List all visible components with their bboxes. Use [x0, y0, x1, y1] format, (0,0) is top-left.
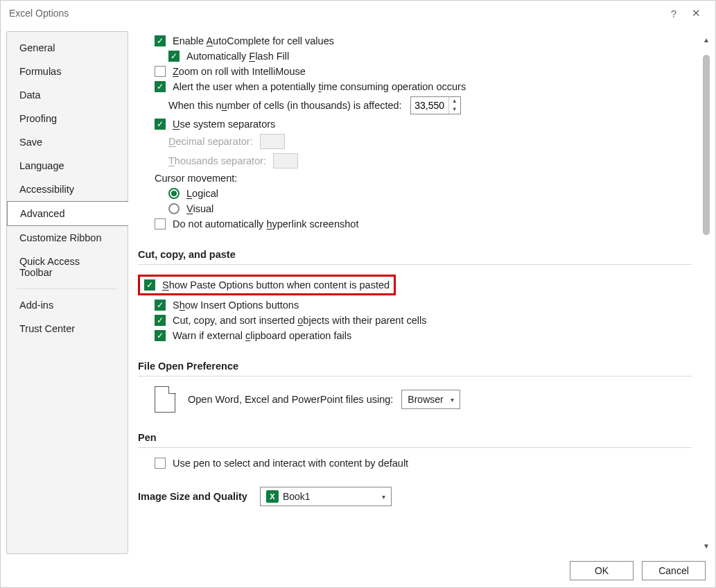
opt-decimal-separator: Decimal separator: [138, 134, 692, 149]
spin-up-icon[interactable]: ▲ [449, 97, 460, 105]
opt-alert-time-consuming[interactable]: Alert the user when a potentially time c… [138, 81, 692, 92]
opt-no-hyperlink-screenshot[interactable]: Do not automatically hyperlink screensho… [138, 218, 692, 230]
checkbox-icon[interactable] [144, 279, 155, 291]
sidebar-item-save[interactable]: Save [7, 130, 128, 154]
chevron-down-icon: ▾ [382, 493, 385, 501]
category-sidebar: General Formulas Data Proofing Save Lang… [6, 31, 128, 554]
cells-affected-value[interactable] [411, 99, 448, 112]
sidebar-item-quick-access[interactable]: Quick Access Toolbar [7, 250, 128, 284]
radio-icon[interactable] [168, 188, 180, 199]
file-open-label: Open Word, Excel and PowerPoint files us… [188, 394, 393, 405]
sidebar-item-advanced[interactable]: Advanced [7, 201, 128, 226]
opt-autocomplete[interactable]: Enable AutoComplete for cell values [138, 35, 692, 46]
section-pen: Pen [138, 432, 692, 443]
opt-show-insert-options[interactable]: Show Insert Options buttons [138, 300, 692, 311]
excel-options-dialog: Excel Options ? ✕ General Formulas Data … [0, 0, 716, 588]
checkbox-icon[interactable] [155, 315, 166, 326]
sidebar-item-accessibility[interactable]: Accessibility [7, 178, 128, 201]
opt-show-paste-options[interactable]: Show Paste Options button when content i… [162, 279, 390, 291]
image-quality-workbook-select[interactable]: XBook1 ▾ [260, 487, 392, 506]
opt-warn-clipboard[interactable]: Warn if external clipboard operation fai… [138, 330, 692, 341]
highlight-annotation: Show Paste Options button when content i… [138, 275, 692, 295]
checkbox-icon[interactable] [155, 81, 166, 92]
cancel-button[interactable]: Cancel [642, 561, 706, 580]
cursor-movement-label: Cursor movement: [138, 173, 692, 184]
ok-button[interactable]: OK [570, 561, 634, 580]
section-image-size-quality: Image Size and Quality XBook1 ▾ [138, 487, 692, 506]
section-cut-copy-paste: Cut, copy, and paste [138, 249, 692, 260]
scroll-thumb[interactable] [703, 55, 710, 235]
checkbox-icon[interactable] [155, 119, 166, 130]
sidebar-item-language[interactable]: Language [7, 154, 128, 178]
opt-thousands-separator: Thousands separator: [138, 153, 692, 168]
checkbox-icon[interactable] [155, 218, 166, 230]
opt-flash-fill[interactable]: Automatically Flash Fill [138, 51, 692, 62]
opt-cursor-visual[interactable]: Visual [138, 203, 692, 214]
checkbox-icon[interactable] [155, 35, 166, 46]
close-button[interactable]: ✕ [685, 2, 707, 24]
thousands-separator-input [273, 153, 298, 168]
sidebar-item-formulas[interactable]: Formulas [7, 60, 128, 83]
dialog-footer: OK Cancel [1, 554, 715, 587]
section-file-open: File Open Preference [138, 361, 692, 372]
sidebar-separator [17, 288, 118, 289]
file-open-row: Open Word, Excel and PowerPoint files us… [138, 386, 692, 413]
help-button[interactable]: ? [663, 2, 685, 24]
titlebar: Excel Options ? ✕ [1, 1, 715, 26]
checkbox-icon[interactable] [155, 330, 166, 341]
checkbox-icon[interactable] [155, 300, 166, 311]
excel-icon: X [266, 490, 279, 503]
sidebar-item-proofing[interactable]: Proofing [7, 107, 128, 130]
sidebar-item-trust-center[interactable]: Trust Center [7, 317, 128, 340]
opt-cursor-logical[interactable]: Logical [138, 188, 692, 199]
scroll-down-icon[interactable]: ▼ [701, 540, 711, 551]
file-open-select[interactable]: Browser ▾ [401, 390, 460, 409]
chevron-down-icon: ▾ [451, 396, 454, 404]
opt-pen-select[interactable]: Use pen to select and interact with cont… [138, 458, 692, 469]
sidebar-item-data[interactable]: Data [7, 83, 128, 107]
cells-affected-input[interactable]: ▲▼ [410, 96, 461, 114]
spin-down-icon[interactable]: ▼ [449, 105, 460, 114]
checkbox-icon[interactable] [168, 51, 180, 62]
sidebar-item-customize-ribbon[interactable]: Customize Ribbon [7, 226, 128, 250]
sidebar-item-addins[interactable]: Add-ins [7, 293, 128, 317]
scrollbar[interactable]: ▲ ▼ [701, 34, 711, 551]
radio-icon[interactable] [168, 203, 180, 214]
scroll-up-icon[interactable]: ▲ [701, 34, 711, 45]
checkbox-icon[interactable] [155, 66, 166, 77]
options-panel: Enable AutoComplete for cell values Auto… [138, 31, 697, 554]
opt-zoom-intellimouse[interactable]: Zoom on roll with IntelliMouse [138, 66, 692, 77]
dialog-title: Excel Options [9, 8, 69, 19]
checkbox-icon[interactable] [155, 458, 166, 469]
opt-cells-affected: When this number of cells (in thousands)… [138, 96, 692, 114]
sidebar-item-general[interactable]: General [7, 36, 128, 60]
decimal-separator-input [260, 134, 285, 149]
opt-system-separators[interactable]: Use system separators [138, 119, 692, 130]
document-icon [155, 386, 175, 413]
opt-cut-copy-objects[interactable]: Cut, copy, and sort inserted objects wit… [138, 315, 692, 326]
